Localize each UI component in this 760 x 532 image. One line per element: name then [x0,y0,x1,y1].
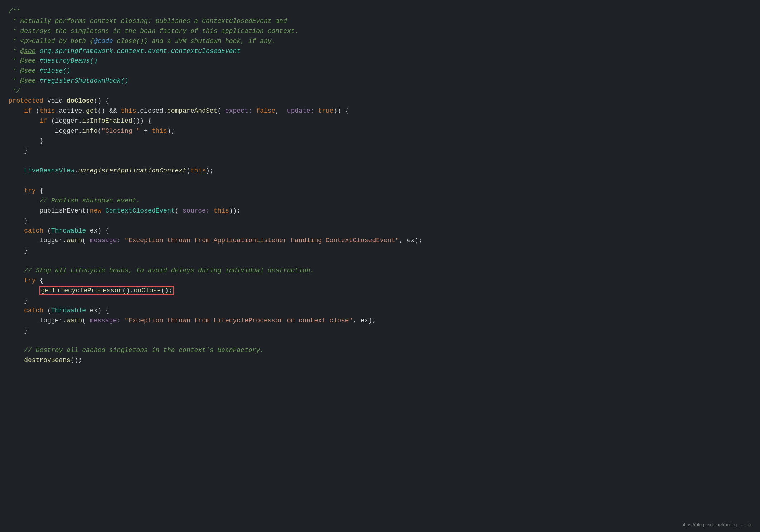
comment-line-3: * destroys the singletons in the bean fa… [9,28,299,35]
code-content: /** * Actually performs context closing:… [9,6,751,366]
highlight-lifecycle: getLifecycleProcessor().onClose(); [39,286,174,295]
watermark: https://blog.csdn.net/holing_cavaln [682,521,753,528]
comment-line-1: /** [9,8,20,15]
comment-line-8: * @see #registerShutdownHook() [9,77,129,84]
method-doclose: doClose [67,97,94,104]
keyword-protected: protected [9,97,43,104]
comment-line-7: * @see #close() [9,67,71,74]
comment-line-9: */ [9,87,20,94]
comment-line-4: * <p>Called by both {@code close()} and … [9,38,275,45]
code-editor: /** * Actually performs context closing:… [0,6,760,366]
comment-line-2: * Actually performs context closing: pub… [9,18,287,25]
comment-line-5: * @see org.springframework.context.event… [9,48,241,55]
comment-line-6: * @see #destroyBeans() [9,57,97,64]
method-get: get [86,107,97,114]
